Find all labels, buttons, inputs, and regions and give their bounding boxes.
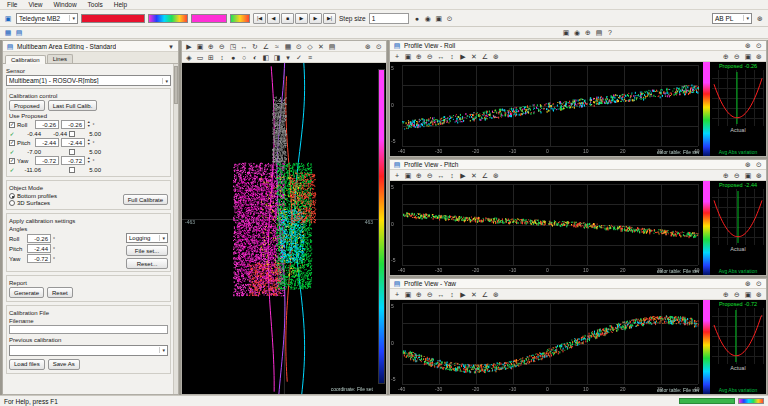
select-icon[interactable]: ▶ — [458, 170, 468, 180]
yaw-value-2[interactable]: -0.72 — [61, 156, 85, 165]
gear-icon[interactable]: ⊛ — [754, 170, 764, 180]
plan-view-viewport[interactable]: -463 463 coordinate: File set — [182, 63, 386, 394]
pitch-checkbox[interactable]: ✓ — [9, 140, 15, 146]
yaw-profile-plot[interactable]: color table: File set — [390, 300, 703, 394]
gear-icon[interactable]: ⊛ — [743, 160, 753, 170]
roll-lock-checkbox[interactable] — [69, 131, 75, 137]
menu-file[interactable]: File — [2, 1, 22, 8]
3d-surfaces-radio[interactable] — [9, 200, 15, 206]
display-icon[interactable]: ▣ — [561, 28, 571, 38]
load-files-button[interactable]: Load files — [9, 359, 45, 370]
select-icon[interactable]: ▶ — [458, 51, 468, 61]
yaw-lock-checkbox[interactable] — [69, 167, 75, 173]
save-as-button[interactable]: Save As — [48, 359, 80, 370]
list-icon[interactable]: ≡ — [305, 52, 315, 62]
delete-icon[interactable]: ✕ — [316, 41, 326, 51]
proposed-button[interactable]: Proposed — [9, 100, 45, 111]
angle-icon[interactable]: ∠ — [480, 170, 490, 180]
zoom-window-icon[interactable]: ▣ — [403, 51, 413, 61]
fit-icon[interactable]: ▣ — [743, 51, 753, 61]
pin-icon[interactable]: ⊙ — [374, 41, 384, 51]
apply-pitch-field[interactable]: -2.44 — [27, 244, 51, 253]
gear-icon[interactable]: ⊛ — [743, 41, 753, 51]
fit-vertical-icon[interactable]: ↕ — [447, 170, 457, 180]
gear-icon[interactable]: ⊛ — [754, 51, 764, 61]
fit-vertical-icon[interactable]: ↕ — [447, 51, 457, 61]
crosshair-icon[interactable]: + — [392, 51, 402, 61]
bottom-profiles-radio[interactable] — [9, 193, 15, 199]
color-scale-magenta-swatch[interactable] — [191, 14, 227, 23]
select-icon[interactable]: ▶ — [184, 41, 194, 51]
point-select-icon[interactable]: ⊙ — [294, 41, 304, 51]
roll-profile-plot[interactable]: color table: File set — [390, 62, 703, 156]
grid-icon[interactable]: ▦ — [283, 41, 293, 51]
zoom-out-icon[interactable]: ⊖ — [732, 289, 742, 299]
contrast-icon[interactable]: ◐ — [250, 52, 260, 62]
menu-window[interactable]: Window — [48, 1, 81, 8]
roll-profile-canvas[interactable] — [390, 62, 703, 154]
check-icon[interactable]: ✓ — [294, 52, 304, 62]
menu-tools[interactable]: Tools — [83, 1, 108, 8]
pitch-lock-checkbox[interactable] — [69, 149, 75, 155]
pin-icon[interactable]: ⊙ — [754, 41, 764, 51]
pitch-profile-plot[interactable]: color table: File set — [390, 181, 703, 275]
menu-view[interactable]: View — [23, 1, 47, 8]
zoom-out-icon[interactable]: ⊖ — [217, 41, 227, 51]
snapshot-icon[interactable]: ▣ — [434, 13, 444, 23]
settings-icon[interactable]: ⊛ — [491, 51, 501, 61]
add-view-icon[interactable]: ⊞ — [206, 52, 216, 62]
pan-icon[interactable]: ↔ — [436, 170, 446, 180]
zoom-out-icon[interactable]: ⊖ — [732, 51, 742, 61]
stop-button[interactable]: ■ — [281, 13, 294, 24]
roll-spinner[interactable]: ▲▼ — [87, 121, 90, 129]
panel-menu-icon[interactable]: ▾ — [166, 41, 176, 51]
new-layout-icon[interactable]: ▦ — [3, 28, 13, 38]
measure-icon[interactable]: ∠ — [261, 41, 271, 51]
zoom-in-icon[interactable]: ⊕ — [414, 289, 424, 299]
scrollbar-thumb[interactable] — [174, 66, 178, 104]
plan-view-canvas[interactable] — [182, 63, 378, 394]
last-full-calib-button[interactable]: Last Full Calib. — [48, 100, 98, 111]
polygon-icon[interactable]: ◇ — [305, 41, 315, 51]
zoom-window-icon[interactable]: ▣ — [403, 289, 413, 299]
left-shade-icon[interactable]: ◧ — [261, 52, 271, 62]
layers-icon[interactable]: ▤ — [327, 41, 337, 51]
erase-icon[interactable]: ✕ — [469, 51, 479, 61]
help-icon[interactable]: ? — [605, 28, 615, 38]
fit-vertical-icon[interactable]: ↕ — [447, 289, 457, 299]
sensor-combo[interactable]: Multibeam(1) - ROSOV-R[mbs] ▾ — [6, 75, 171, 86]
circle-icon[interactable]: ○ — [239, 52, 249, 62]
pin-icon[interactable]: ⊙ — [754, 279, 764, 289]
angle-icon[interactable]: ∠ — [480, 51, 490, 61]
profile-line-icon[interactable]: ▭ — [195, 52, 205, 62]
pan-icon[interactable]: ↔ — [436, 51, 446, 61]
yaw-error-curve[interactable] — [712, 308, 764, 364]
left-panel-scrollbar[interactable] — [173, 64, 178, 394]
generate-button[interactable]: Generate — [9, 287, 44, 298]
zoom-window-icon[interactable]: ▣ — [195, 41, 205, 51]
pan-icon[interactable]: ↔ — [239, 41, 249, 51]
zoom-in-icon[interactable]: ⊕ — [721, 51, 731, 61]
zoom-in-icon[interactable]: ⊕ — [414, 170, 424, 180]
yaw-spinner[interactable]: ▲▼ — [87, 157, 90, 165]
pitch-error-curve[interactable] — [712, 189, 764, 245]
step-size-input[interactable] — [369, 13, 409, 24]
yaw-checkbox[interactable]: ✓ — [9, 158, 15, 164]
dropdown-icon[interactable]: ▾ — [283, 52, 293, 62]
gear-icon[interactable]: ⊛ — [754, 289, 764, 299]
yaw-profile-canvas[interactable] — [390, 300, 703, 392]
pitch-value-1[interactable]: -2.44 — [35, 138, 59, 147]
tab-lines[interactable]: Lines — [47, 54, 73, 63]
step-forward-button[interactable]: ▶ — [309, 13, 322, 24]
full-calibrate-button[interactable]: Full Calibrate — [123, 194, 168, 205]
zoom-extents-icon[interactable]: ◳ — [228, 41, 238, 51]
fit-icon[interactable]: ▣ — [743, 289, 753, 299]
point-icon[interactable]: ● — [228, 52, 238, 62]
crosshair-icon[interactable]: + — [392, 170, 402, 180]
goto-start-button[interactable]: |◀ — [253, 13, 266, 24]
erase-icon[interactable]: ✕ — [469, 170, 479, 180]
play-button[interactable]: ▶ — [295, 13, 308, 24]
pin-icon[interactable]: ⊙ — [445, 13, 455, 23]
zoom-in-icon[interactable]: ⊕ — [414, 51, 424, 61]
zoom-out-icon[interactable]: ⊖ — [425, 289, 435, 299]
